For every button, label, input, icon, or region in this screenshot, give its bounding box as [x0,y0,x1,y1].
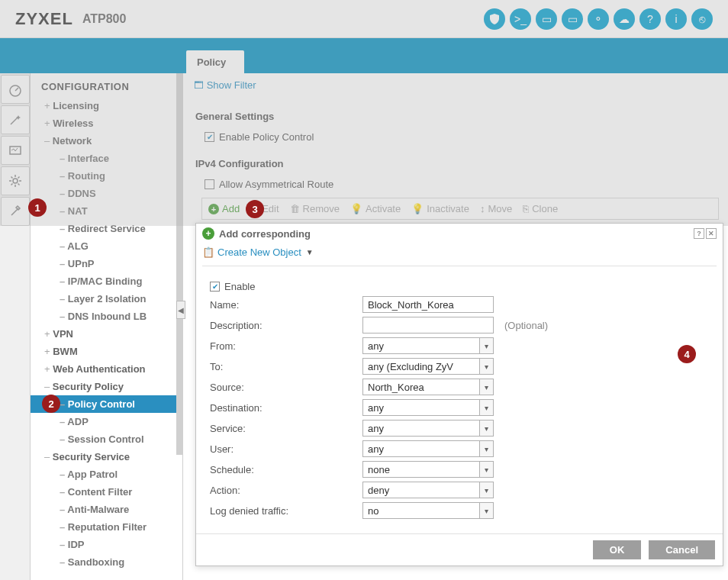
chevron-down-icon: ▾ [479,338,493,353]
sidebar-item-sandboxing[interactable]: Sandboxing [31,553,182,571]
allow-asym-label: Allow Asymmetrical Route [219,179,333,190]
sidebar-item-security-policy[interactable]: Security Policy [31,378,182,395]
enable-rule-checkbox[interactable] [210,282,220,292]
sidebar-item-idp[interactable]: IDP [31,536,182,553]
remove-button[interactable]: 🗑 Remove [290,203,340,214]
description-label: Description: [210,320,362,331]
annotation-badge-4: 4 [678,345,696,363]
name-label: Name: [210,299,362,311]
annotation-badge-1: 1 [28,198,47,217]
log-label: Log denied traffic: [210,505,362,517]
clone-button[interactable]: ⎘ Clone [523,203,558,214]
service-select[interactable]: any▾ [362,420,494,437]
move-button[interactable]: ↕ Move [480,203,512,214]
sidebar-item-vpn[interactable]: VPN [31,325,182,343]
tab-policy[interactable]: Policy [186,50,244,74]
activate-button[interactable]: 💡 Activate [350,203,401,214]
sidebar-item-upnp[interactable]: UPnP [31,255,182,272]
sidebar-item-routing[interactable]: Routing [31,167,182,185]
cancel-button[interactable]: Cancel [649,540,715,559]
optional-hint: (Optional) [504,320,548,331]
show-filter-link[interactable]: 🗔 Show Filter [192,79,719,98]
monitor-icon[interactable] [1,136,30,165]
sidebar-item-nat[interactable]: NAT [31,202,182,220]
help-icon[interactable]: ? [639,8,661,30]
model-label: ATP800 [82,12,127,26]
source-select[interactable]: North_Korea▾ [362,379,494,395]
info-icon[interactable]: i [665,8,687,30]
modal-title: Add corresponding [219,228,311,240]
help-icon[interactable]: ? [694,228,704,239]
ok-button[interactable]: OK [593,540,642,559]
sidebar-item-reputation-filter[interactable]: Reputation Filter [31,518,182,536]
logout-icon[interactable]: ⎋ [691,8,713,30]
chevron-down-icon: ▾ [479,482,493,498]
user-select[interactable]: any▾ [362,440,494,457]
sidebar-item-ip-mac-binding[interactable]: IP/MAC Binding [31,272,182,290]
sidebar-scrollbar[interactable] [176,73,182,455]
shield-icon[interactable] [484,8,505,30]
inactivate-button[interactable]: 💡 Inactivate [411,203,469,214]
sidebar-item-ddns[interactable]: DDNS [31,185,182,202]
description-input[interactable] [362,317,494,334]
svg-point-4 [13,179,18,183]
terminal-icon[interactable]: >_ [510,8,531,30]
user-label: User: [210,443,362,455]
sidebar-item-network[interactable]: Network [31,132,182,150]
enable-policy-checkbox[interactable] [205,132,214,142]
annotation-badge-3: 3 [246,200,264,218]
allow-asym-checkbox[interactable] [205,179,214,189]
sidebar-item-wireless[interactable]: Wireless [31,114,182,132]
sidebar-item-anti-malware[interactable]: Anti-Malware [31,501,182,518]
window-icon[interactable]: ▭ [562,8,583,30]
modal-header: + Add corresponding ? ✕ [196,224,723,243]
console-icon[interactable]: ▭ [536,8,557,30]
header-icon-bar: >_ ▭ ▭ ⚬ ☁ ? i ⎋ [484,8,713,30]
chevron-down-icon: ▾ [479,462,493,477]
tools-icon[interactable] [1,197,30,226]
policy-toolbar: +Add ✎ Edit 🗑 Remove 💡 Activate 💡 Inacti… [201,198,719,220]
sidebar-item-session-control[interactable]: Session Control [31,430,182,448]
name-input[interactable] [362,296,494,313]
sitemap-icon[interactable]: ⚬ [588,8,609,30]
from-select[interactable]: any▾ [362,337,494,354]
sidebar-item-app-patrol[interactable]: App Patrol [31,466,182,483]
to-label: To: [210,361,362,372]
sidebar-item-alg[interactable]: ALG [31,237,182,255]
config-sidebar: CONFIGURATION LicensingWirelessNetworkIn… [31,73,183,580]
sidebar-item-interface[interactable]: Interface [31,150,182,167]
sidebar-item-bwm[interactable]: BWM [31,343,182,360]
chevron-down-icon: ▾ [479,400,493,415]
action-select[interactable]: deny▾ [362,482,494,498]
schedule-select[interactable]: none▾ [362,461,494,478]
brand-logo: ZYXEL [15,9,73,29]
chevron-down-icon: ▾ [479,420,493,436]
sidebar-item-security-service[interactable]: Security Service [31,448,182,466]
sidebar-item-redirect-service[interactable]: Redirect Service [31,220,182,237]
close-icon[interactable]: ✕ [706,228,717,239]
create-new-object-dropdown[interactable]: 📋 Create New Object [196,243,723,266]
gear-icon[interactable] [1,166,30,195]
chat-icon[interactable]: ☁ [614,8,635,30]
section-general: General Settings [195,111,719,122]
sidebar-item-adp[interactable]: ADP [31,413,182,430]
sidebar-item-licensing[interactable]: Licensing [31,97,182,114]
sidebar-collapse-handle[interactable]: ◀ [176,301,185,319]
plus-icon: + [208,204,219,214]
sidebar-item-dns-inbound-lb[interactable]: DNS Inbound LB [31,308,182,325]
sidebar-item-content-filter[interactable]: Content Filter [31,483,182,501]
sidebar-item-layer-2-isolation[interactable]: Layer 2 Isolation [31,290,182,308]
to-select[interactable]: any (Excluding ZyV▾ [362,358,494,375]
chevron-down-icon: ▾ [479,441,493,456]
sidebar-item-web-authentication[interactable]: Web Authentication [31,360,182,378]
destination-select[interactable]: any▾ [362,399,494,416]
annotation-badge-2: 2 [42,395,60,413]
dashboard-icon[interactable] [1,75,30,104]
from-label: From: [210,340,362,352]
enable-policy-label: Enable Policy Control [219,131,314,143]
chevron-down-icon: ▾ [479,359,493,374]
wand-icon[interactable] [1,105,30,134]
add-button[interactable]: +Add [208,203,240,214]
log-select[interactable]: no▾ [362,502,494,519]
svg-line-1 [15,88,18,91]
